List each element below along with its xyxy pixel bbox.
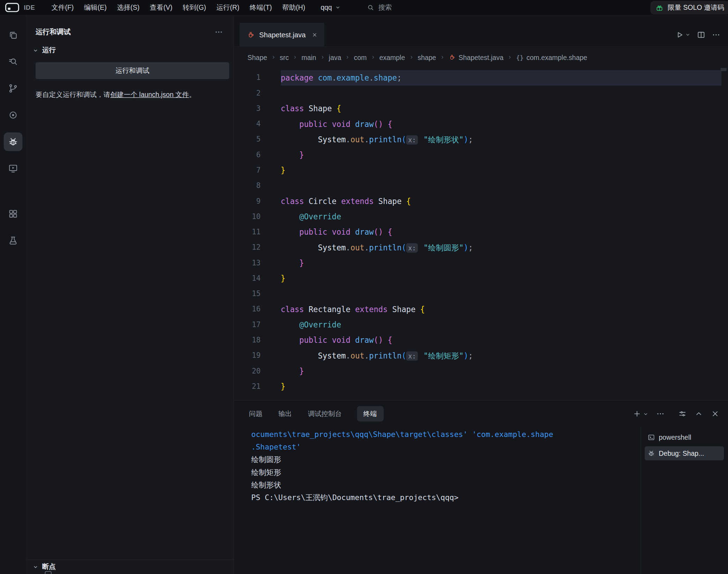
line-number[interactable]: 14 (234, 271, 261, 286)
panel-tab-item[interactable]: 输出 (277, 406, 293, 421)
line-number[interactable]: 15 (234, 286, 261, 302)
menu-item-7[interactable]: 终端(T) (245, 0, 277, 15)
explorer-copy-icon[interactable] (4, 26, 23, 45)
breadcrumb-item[interactable]: example (379, 54, 405, 61)
project-switcher[interactable]: qqq (321, 4, 340, 11)
menu-item-6[interactable]: 运行(R) (211, 0, 245, 15)
breadcrumb-item[interactable]: java (329, 54, 342, 61)
panel-tab-item[interactable]: 调试控制台 (307, 406, 343, 421)
code-line-3[interactable]: 3class Shape { (234, 101, 728, 116)
code-line-12[interactable]: 12 System.out.println(x: "绘制圆形"); (234, 240, 728, 255)
line-number[interactable]: 7 (234, 163, 261, 178)
breadcrumb-item[interactable]: src (280, 54, 289, 61)
close-panel-icon[interactable] (711, 409, 719, 418)
testing-icon[interactable] (4, 231, 23, 250)
chevron-down-icon[interactable] (643, 411, 648, 417)
line-number[interactable]: 1 (234, 70, 261, 85)
run-nav-icon[interactable] (4, 106, 23, 124)
code-line-2[interactable]: 2 (234, 85, 728, 101)
code-line-21[interactable]: 21} (234, 379, 728, 394)
breakpoints-section-header[interactable]: 断点 (33, 562, 233, 571)
code-line-8[interactable]: 8 (234, 178, 728, 194)
terminal-session[interactable]: powershell (645, 430, 724, 444)
new-terminal-icon[interactable] (632, 409, 641, 418)
code-line-19[interactable]: 19 System.out.println(x: "绘制矩形"); (234, 348, 728, 363)
chevron-down-icon[interactable] (685, 32, 691, 37)
line-number[interactable]: 5 (234, 132, 261, 147)
editor-scrollbar[interactable] (721, 68, 727, 71)
terminal-session[interactable]: Debug: Shap... (645, 446, 724, 460)
line-number[interactable]: 11 (234, 225, 261, 240)
more-actions-icon[interactable] (656, 409, 665, 418)
line-number[interactable]: 16 (234, 302, 261, 317)
line-number[interactable]: 21 (234, 379, 261, 394)
code-line-9[interactable]: 9class Circle extends Shape { (234, 194, 728, 209)
run-section-header[interactable]: 运行 (27, 37, 233, 55)
code-line-10[interactable]: 10 @Override (234, 209, 728, 225)
line-number[interactable]: 9 (234, 194, 261, 209)
extensions-icon[interactable] (4, 204, 23, 223)
terminal-output[interactable]: ocuments\trae_projects\qqq\Shape\target\… (234, 427, 641, 574)
search-icon[interactable] (4, 52, 23, 71)
line-number[interactable]: 20 (234, 363, 261, 379)
breakpoint-checkbox[interactable] (45, 571, 52, 574)
code-line-16[interactable]: 16class Rectangle extends Shape { (234, 302, 728, 317)
breadcrumb-item[interactable]: Shapetest.java (449, 54, 503, 61)
chevron-right-icon (271, 55, 276, 60)
code-line-7[interactable]: 7} (234, 163, 728, 178)
line-number[interactable]: 17 (234, 317, 261, 333)
breadcrumb-item[interactable]: shape (418, 54, 436, 61)
code-line-20[interactable]: 20 } (234, 363, 728, 379)
symbol-braces-icon: {} (516, 54, 524, 61)
code-line-1[interactable]: 1package com.example.shape; (234, 70, 728, 85)
close-tab-icon[interactable] (312, 32, 318, 38)
more-actions-icon[interactable] (214, 28, 223, 36)
line-number[interactable]: 10 (234, 209, 261, 225)
code-line-6[interactable]: 6 } (234, 148, 728, 163)
app-logo[interactable]: IDE (5, 2, 35, 13)
line-number[interactable]: 12 (234, 240, 261, 255)
run-debug-button[interactable]: 运行和调试 (36, 62, 229, 79)
run-file-icon[interactable] (675, 30, 684, 39)
code-editor[interactable]: 1package com.example.shape;23class Shape… (234, 68, 728, 400)
remote-monitor-icon[interactable] (4, 159, 23, 178)
solo-invite-badge[interactable]: 限量 SOLO 邀请码 (651, 1, 728, 14)
menu-item-5[interactable]: 转到(G) (178, 0, 211, 15)
run-debug-icon[interactable] (4, 133, 23, 151)
panel-tab-item[interactable]: 问题 (248, 406, 263, 421)
line-number[interactable]: 3 (234, 101, 261, 116)
breadcrumb-item[interactable]: {}com.example.shape (516, 54, 587, 61)
code-line-14[interactable]: 14} (234, 271, 728, 286)
panel-tab-active[interactable]: 终端 (357, 406, 383, 421)
menu-item-1[interactable]: 文件(F) (46, 0, 79, 15)
menu-item-2[interactable]: 编辑(E) (79, 0, 112, 15)
menu-item-3[interactable]: 选择(S) (112, 0, 144, 15)
line-number[interactable]: 18 (234, 333, 261, 348)
tab-shapetest-java[interactable]: Shapetest.java (240, 23, 324, 46)
breadcrumb-item[interactable]: com (354, 54, 367, 61)
line-number[interactable]: 4 (234, 116, 261, 132)
code-line-18[interactable]: 18 public void draw() { (234, 333, 728, 348)
breadcrumb-item[interactable]: main (301, 54, 316, 61)
line-number[interactable]: 6 (234, 148, 261, 163)
source-control-icon[interactable] (4, 79, 23, 98)
create-launch-json-link[interactable]: 创建一个 launch.json 文件 (110, 91, 189, 98)
maximize-panel-icon[interactable] (694, 409, 703, 418)
terminal-views-icon[interactable] (678, 409, 687, 418)
code-line-4[interactable]: 4 public void draw() { (234, 116, 728, 132)
menu-item-4[interactable]: 查看(V) (145, 0, 178, 15)
more-actions-icon[interactable] (712, 30, 720, 39)
menu-item-8[interactable]: 帮助(H) (277, 0, 310, 15)
code-line-13[interactable]: 13 } (234, 255, 728, 271)
code-line-11[interactable]: 11 public void draw() { (234, 225, 728, 240)
code-line-17[interactable]: 17 @Override (234, 317, 728, 333)
split-editor-icon[interactable] (697, 30, 705, 39)
line-number[interactable]: 2 (234, 85, 261, 101)
global-search[interactable]: 搜索 (367, 3, 392, 12)
code-line-15[interactable]: 15 (234, 286, 728, 302)
line-number[interactable]: 19 (234, 348, 261, 363)
code-line-5[interactable]: 5 System.out.println(x: "绘制形状"); (234, 132, 728, 147)
line-number[interactable]: 13 (234, 255, 261, 271)
line-number[interactable]: 8 (234, 178, 261, 194)
breadcrumb-item[interactable]: Shape (248, 54, 267, 61)
